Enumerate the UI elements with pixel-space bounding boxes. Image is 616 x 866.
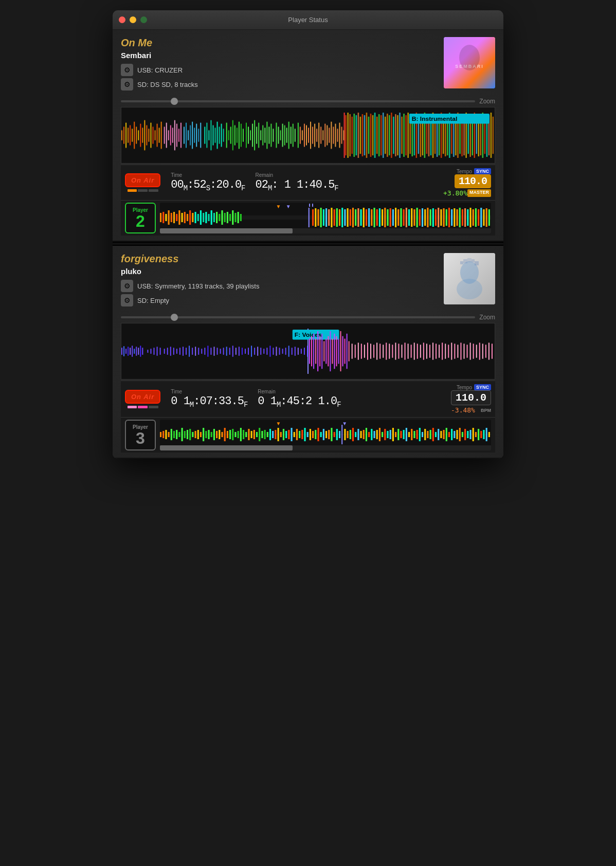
svg-rect-198 bbox=[197, 214, 199, 221]
svg-rect-53 bbox=[223, 129, 224, 141]
svg-rect-189 bbox=[173, 212, 175, 223]
svg-rect-92 bbox=[308, 128, 309, 142]
svg-rect-57 bbox=[232, 120, 233, 151]
svg-rect-79 bbox=[280, 130, 281, 140]
svg-rect-408 bbox=[448, 345, 449, 357]
svg-rect-286 bbox=[460, 261, 463, 264]
svg-rect-527 bbox=[435, 432, 437, 437]
svg-rect-137 bbox=[402, 117, 403, 154]
player1-bpm-value: 110.0 bbox=[459, 175, 487, 187]
player1-zoom-slider[interactable] bbox=[121, 100, 475, 102]
svg-rect-330 bbox=[235, 348, 237, 355]
svg-rect-202 bbox=[208, 214, 209, 221]
player1-zoom-thumb[interactable] bbox=[171, 98, 178, 105]
svg-rect-251 bbox=[406, 208, 407, 227]
player1-gear-usb-icon: ⚙ bbox=[121, 64, 133, 76]
player1-scrollbar[interactable] bbox=[160, 228, 491, 233]
svg-rect-464 bbox=[267, 432, 268, 437]
player2-zoom-slider[interactable] bbox=[121, 316, 475, 318]
player1-scrollbar-thumb[interactable] bbox=[160, 228, 293, 233]
svg-rect-479 bbox=[304, 428, 305, 441]
svg-rect-101 bbox=[327, 125, 328, 145]
svg-rect-451 bbox=[232, 429, 233, 440]
svg-rect-436 bbox=[192, 432, 193, 437]
svg-rect-111 bbox=[348, 113, 349, 158]
svg-rect-505 bbox=[376, 430, 378, 439]
svg-rect-190 bbox=[176, 214, 177, 221]
svg-rect-125 bbox=[376, 117, 377, 154]
svg-rect-19 bbox=[148, 129, 149, 141]
svg-rect-442 bbox=[208, 430, 209, 439]
player1-mini-waveform[interactable]: ▼ ▼ // Draw via JS below bbox=[160, 203, 491, 233]
svg-rect-474 bbox=[291, 428, 292, 441]
player1-waveform[interactable]: B: Instrumental bbox=[121, 107, 495, 164]
svg-rect-88 bbox=[300, 127, 301, 143]
svg-rect-131 bbox=[389, 115, 390, 155]
svg-rect-434 bbox=[187, 430, 188, 439]
player1-on-air-button[interactable]: On Air bbox=[125, 173, 160, 187]
svg-rect-266 bbox=[446, 209, 447, 226]
section-divider bbox=[113, 242, 503, 246]
player1-track-info: On Me Sembari ⚙ USB: CRUZER ⚙ SD: DS SD,… bbox=[121, 37, 444, 93]
svg-rect-352 bbox=[304, 348, 305, 355]
svg-rect-384 bbox=[373, 345, 374, 357]
svg-rect-256 bbox=[419, 209, 421, 226]
svg-rect-483 bbox=[315, 430, 316, 439]
svg-rect-47 bbox=[210, 120, 211, 151]
player2-time-display: Time 0 1M:07:33.5F bbox=[171, 389, 247, 409]
svg-rect-401 bbox=[426, 344, 427, 358]
svg-rect-49 bbox=[215, 128, 216, 142]
svg-rect-540 bbox=[469, 430, 471, 439]
svg-rect-337 bbox=[257, 347, 258, 356]
svg-rect-274 bbox=[467, 209, 468, 226]
svg-rect-422 bbox=[492, 344, 493, 358]
maximize-button[interactable] bbox=[140, 16, 147, 23]
svg-rect-224 bbox=[334, 209, 335, 226]
svg-rect-342 bbox=[273, 348, 274, 355]
player2-sd-label: SD: Empty bbox=[137, 297, 169, 304]
svg-rect-38 bbox=[190, 125, 191, 145]
svg-rect-30 bbox=[172, 128, 173, 142]
minimize-button[interactable] bbox=[130, 16, 136, 23]
svg-rect-140 bbox=[408, 113, 409, 158]
svg-rect-340 bbox=[266, 348, 267, 355]
player2-waveform[interactable]: F: Voices bbox=[121, 323, 495, 380]
player2-scrollbar-thumb[interactable] bbox=[160, 445, 293, 450]
svg-rect-497 bbox=[355, 432, 356, 437]
svg-rect-74 bbox=[268, 127, 269, 143]
player1-source-sd: ⚙ SD: DS SD, 8 tracks bbox=[121, 78, 444, 91]
svg-rect-116 bbox=[358, 113, 359, 158]
player2-tempo-section: Tempo SYNC 110.0 -3.48% BPM bbox=[451, 384, 491, 414]
svg-rect-426 bbox=[165, 430, 167, 439]
svg-rect-493 bbox=[344, 429, 346, 440]
close-button[interactable] bbox=[119, 16, 125, 23]
player2-mini-waveform[interactable]: ▼ ▼ bbox=[160, 420, 491, 450]
svg-rect-295 bbox=[130, 348, 131, 355]
svg-rect-210 bbox=[229, 214, 231, 221]
svg-rect-424 bbox=[160, 432, 161, 437]
svg-rect-268 bbox=[451, 209, 452, 226]
player2-on-air-button[interactable]: On Air bbox=[125, 390, 160, 404]
player2-zoom-thumb[interactable] bbox=[171, 314, 178, 321]
svg-rect-461 bbox=[259, 428, 260, 441]
svg-rect-94 bbox=[312, 127, 313, 143]
svg-rect-513 bbox=[397, 429, 399, 440]
svg-rect-20 bbox=[150, 123, 151, 148]
svg-rect-69 bbox=[258, 123, 259, 148]
svg-rect-379 bbox=[358, 342, 359, 359]
svg-rect-301 bbox=[142, 348, 143, 355]
svg-rect-56 bbox=[230, 127, 231, 143]
player2-scrollbar[interactable] bbox=[160, 445, 491, 450]
svg-rect-108 bbox=[341, 127, 342, 143]
svg-rect-259 bbox=[427, 208, 428, 227]
svg-rect-541 bbox=[473, 428, 474, 441]
svg-rect-82 bbox=[286, 128, 287, 142]
svg-rect-133 bbox=[393, 117, 394, 154]
svg-rect-471 bbox=[283, 429, 284, 440]
svg-rect-427 bbox=[168, 432, 170, 437]
svg-rect-113 bbox=[352, 117, 353, 154]
svg-rect-478 bbox=[301, 430, 303, 439]
svg-rect-501 bbox=[366, 428, 367, 441]
player2-badge-num: 3 bbox=[136, 430, 145, 446]
svg-rect-220 bbox=[323, 209, 324, 226]
